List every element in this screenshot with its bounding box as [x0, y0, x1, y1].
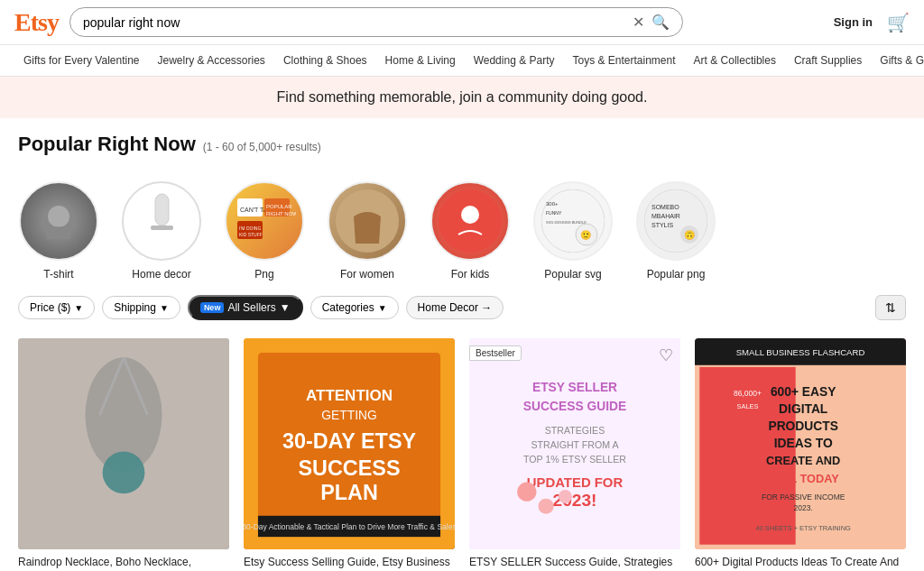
- product-card-3[interactable]: Bestseller ♡ ETSY SELLER SUCCESS GUIDE S…: [469, 338, 680, 571]
- svg-point-48: [517, 483, 536, 502]
- svg-text:I'M DOING: I'M DOING: [239, 226, 261, 231]
- nav-item-valentines[interactable]: Gifts for Every Valentine: [14, 51, 149, 70]
- category-forwomen-image: [328, 181, 407, 261]
- svg-text:UPDATED FOR: UPDATED FOR: [527, 475, 624, 490]
- search-icon[interactable]: 🔍: [651, 14, 670, 31]
- svg-point-49: [539, 499, 554, 514]
- svg-text:30-Day Actionable & Tactical P: 30-Day Actionable & Tactical Plan to Dri…: [244, 522, 455, 531]
- svg-point-28: [103, 452, 145, 494]
- svg-point-13: [461, 206, 479, 224]
- all-sellers-arrow: ▼: [280, 301, 291, 314]
- category-tshirt[interactable]: T-shirt: [18, 181, 99, 281]
- svg-text:ETSY SELLER: ETSY SELLER: [532, 380, 617, 394]
- svg-rect-2: [151, 226, 173, 230]
- product-card-4[interactable]: SMALL BUSINESS FLASHCARD 86,000+ SALES 6…: [695, 338, 906, 571]
- svg-point-0: [48, 206, 69, 227]
- price-filter-arrow: ▼: [74, 303, 83, 313]
- shipping-filter-arrow: ▼: [160, 303, 169, 313]
- product-image-4: SMALL BUSINESS FLASHCARD 86,000+ SALES 6…: [695, 338, 906, 549]
- category-popularpng-label: Popular png: [647, 268, 706, 281]
- svg-text:SVG DESIGNS BUNDLE: SVG DESIGNS BUNDLE: [546, 220, 587, 225]
- svg-text:🙂: 🙂: [580, 229, 592, 241]
- nav-item-toys[interactable]: Toys & Entertainment: [563, 51, 684, 70]
- svg-text:FUNNY: FUNNY: [546, 210, 562, 216]
- cart-icon[interactable]: 🛒: [887, 12, 910, 33]
- product-image-3: ETSY SELLER SUCCESS GUIDE STRATEGIES STR…: [469, 338, 680, 549]
- new-badge: New: [200, 302, 225, 313]
- svg-text:ATTENTION: ATTENTION: [306, 387, 393, 404]
- category-homedecor-label: Home decor: [132, 268, 190, 281]
- svg-text:300+: 300+: [546, 201, 559, 207]
- svg-text:KID STUFF: KID STUFF: [239, 232, 263, 237]
- wishlist-button-3[interactable]: ♡: [659, 345, 673, 365]
- svg-text:2023.: 2023.: [794, 503, 813, 512]
- svg-text:STYLIS: STYLIS: [651, 222, 673, 228]
- search-input[interactable]: [83, 15, 625, 30]
- svg-text:SOMEBO: SOMEBO: [651, 204, 679, 210]
- nav-item-home[interactable]: Home & Living: [376, 51, 465, 70]
- svg-text:CREATE AND: CREATE AND: [766, 454, 840, 467]
- svg-text:DIGITAL: DIGITAL: [779, 401, 828, 416]
- product-name-2: Etsy Success Selling Guide, Etsy Busines…: [244, 555, 455, 571]
- category-png[interactable]: CAN'T TALKPOPULARRIGHT NOWI'M DOINGKID S…: [224, 181, 305, 281]
- svg-text:SMALL BUSINESS FLASHCARD: SMALL BUSINESS FLASHCARD: [736, 347, 865, 357]
- svg-text:40 SHEETS + ETSY TRAINING: 40 SHEETS + ETSY TRAINING: [756, 524, 852, 532]
- svg-text:TOP 1% ETSY SELLER: TOP 1% ETSY SELLER: [523, 454, 626, 465]
- category-popularpng[interactable]: SOMEBOMBAHAIRSTYLIS🙃 Popular png: [635, 181, 716, 281]
- svg-text:IDEAS TO: IDEAS TO: [774, 436, 833, 450]
- product-name-1: Raindrop Necklace, Boho Necklace, Bohemi…: [18, 555, 229, 571]
- home-decor-filter[interactable]: Home Decor →: [406, 296, 504, 319]
- category-popularpng-image: SOMEBOMBAHAIRSTYLIS🙃: [636, 181, 716, 261]
- category-forkids[interactable]: For kids: [430, 181, 511, 281]
- category-png-label: Png: [254, 268, 273, 281]
- nav-item-wedding[interactable]: Wedding & Party: [465, 51, 564, 70]
- product-card-1[interactable]: Raindrop Necklace, Boho Necklace, Bohemi…: [18, 338, 229, 571]
- svg-text:🙃: 🙃: [684, 229, 696, 241]
- etsy-logo[interactable]: Etsy: [14, 8, 59, 37]
- product-image-2: ATTENTION GETTING 30-DAY ETSY SUCCESS PL…: [244, 338, 455, 549]
- nav-item-craft[interactable]: Craft Supplies: [785, 51, 871, 70]
- svg-text:POPULAR: POPULAR: [266, 204, 292, 209]
- svg-rect-20: [644, 189, 707, 253]
- section-header: Popular Right Now(1 - 60 of 5,000+ resul…: [0, 118, 924, 170]
- nav-item-jewelry[interactable]: Jewelry & Accessories: [149, 51, 274, 70]
- shipping-filter[interactable]: Shipping ▼: [102, 296, 180, 319]
- svg-text:RIGHT NOW: RIGHT NOW: [266, 211, 296, 216]
- price-filter[interactable]: Price ($) ▼: [18, 296, 95, 319]
- product-name-3: ETSY SELLER Success Guide, Strategies Fo…: [469, 555, 680, 571]
- promotional-banner: Find something memorable, join a communi…: [0, 77, 924, 118]
- category-list: T-shirt Home decor CAN'T TALKPOPULARRIGH…: [0, 170, 924, 288]
- svg-text:SALES: SALES: [737, 402, 759, 410]
- svg-text:SELL TODAY: SELL TODAY: [768, 472, 840, 485]
- main-nav: Gifts for Every Valentine Jewelry & Acce…: [0, 45, 924, 77]
- svg-text:600+ EASY: 600+ EASY: [771, 384, 836, 399]
- search-bar: ✕ 🔍: [69, 7, 683, 37]
- all-sellers-filter[interactable]: New All Sellers ▼: [188, 295, 303, 320]
- sort-button[interactable]: ⇅: [875, 295, 906, 320]
- category-forwomen-label: For women: [340, 268, 394, 281]
- page-title: Popular Right Now: [18, 133, 196, 155]
- category-tshirt-image: [19, 181, 98, 261]
- nav-item-clothing[interactable]: Clothing & Shoes: [274, 51, 376, 70]
- svg-text:STRATEGIES: STRATEGIES: [545, 425, 605, 436]
- header-actions: Sign in 🛒: [834, 12, 910, 33]
- category-forkids-image: [430, 181, 510, 261]
- categories-arrow: ▼: [378, 303, 387, 313]
- sign-in-button[interactable]: Sign in: [834, 15, 873, 29]
- nav-item-gifts[interactable]: Gifts & Gift Cards: [871, 51, 924, 70]
- svg-text:FOR PASSIVE INCOME: FOR PASSIVE INCOME: [762, 493, 845, 502]
- category-homedecor[interactable]: Home decor: [121, 181, 202, 281]
- category-popularsvg[interactable]: 300+FUNNYSVG DESIGNS BUNDLE🙂 Popular svg: [532, 181, 614, 281]
- categories-filter[interactable]: Categories ▼: [310, 296, 399, 319]
- category-popularsvg-image: 300+FUNNYSVG DESIGNS BUNDLE🙂: [533, 181, 613, 261]
- product-card-2[interactable]: ATTENTION GETTING 30-DAY ETSY SUCCESS PL…: [244, 338, 455, 571]
- svg-text:86,000+: 86,000+: [734, 389, 762, 398]
- clear-icon[interactable]: ✕: [633, 14, 644, 31]
- svg-text:PRODUCTS: PRODUCTS: [768, 419, 838, 433]
- category-forkids-label: For kids: [451, 268, 490, 281]
- nav-item-art[interactable]: Art & Collectibles: [685, 51, 785, 70]
- svg-text:SUCCESS GUIDE: SUCCESS GUIDE: [523, 399, 626, 413]
- product-image-1: [18, 338, 229, 549]
- category-forwomen[interactable]: For women: [327, 181, 408, 281]
- category-png-image: CAN'T TALKPOPULARRIGHT NOWI'M DOINGKID S…: [225, 181, 304, 261]
